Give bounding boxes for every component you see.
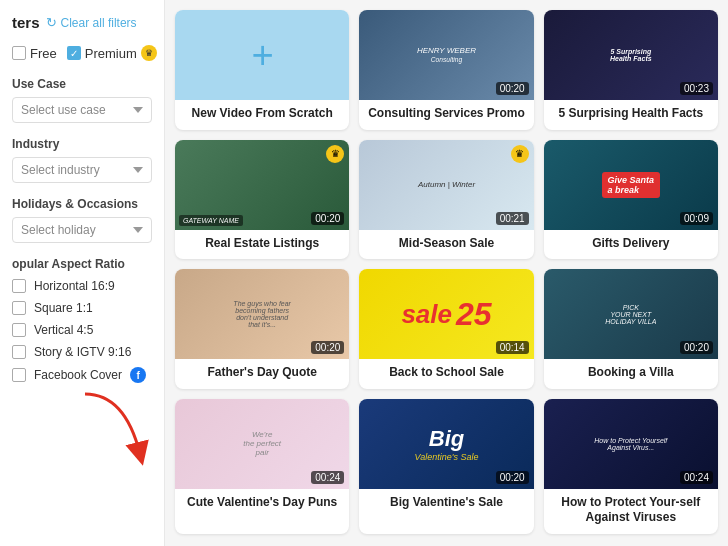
time-badge: 00:20: [496, 82, 529, 95]
card-label: Booking a Villa: [544, 359, 718, 389]
filters-title: ters: [12, 14, 40, 31]
premium-crown: ♛: [511, 145, 529, 163]
clear-filters-label: Clear all filters: [61, 16, 137, 30]
time-badge: 00:14: [496, 341, 529, 354]
card-thumb: Give Santaa break 00:09: [544, 140, 718, 230]
card-thumb: PICKYOUR NEXTHOLIDAY VILLA 00:20: [544, 269, 718, 359]
ar-fb-checkbox[interactable]: [12, 368, 26, 382]
crown-badge: ♛: [141, 45, 157, 61]
free-checkbox[interactable]: [12, 46, 26, 60]
card-thumb: 5 SurprisingHealth Facts 00:23: [544, 10, 718, 100]
time-badge: 00:20: [311, 212, 344, 225]
card-label: Cute Valentine's Day Puns: [175, 489, 349, 519]
use-case-title: Use Case: [12, 77, 152, 91]
free-tier-toggle[interactable]: Free: [12, 46, 57, 61]
ar-facebook-cover[interactable]: Facebook Cover f: [12, 367, 152, 383]
card-label: Real Estate Listings: [175, 230, 349, 260]
time-badge: 00:20: [496, 471, 529, 484]
ar-story-916[interactable]: Story & IGTV 9:16: [12, 345, 152, 359]
ar-sq11-checkbox[interactable]: [12, 301, 26, 315]
ar-v45-checkbox[interactable]: [12, 323, 26, 337]
card-thumb: The guys who fearbecoming fathersdon't u…: [175, 269, 349, 359]
thumb-inner: +: [175, 10, 349, 100]
card-thumb: +: [175, 10, 349, 100]
video-grid: + New Video From Scratch HENRY WEBERCons…: [175, 10, 718, 534]
card-label: Back to School Sale: [359, 359, 533, 389]
free-label: Free: [30, 46, 57, 61]
aspect-ratio-title: opular Aspect Ratio: [12, 257, 152, 271]
card-label: Gifts Delivery: [544, 230, 718, 260]
time-badge: 00:20: [311, 341, 344, 354]
time-badge: 00:24: [311, 471, 344, 484]
ar-horizontal-169[interactable]: Horizontal 16:9: [12, 279, 152, 293]
card-fathers-day[interactable]: The guys who fearbecoming fathersdon't u…: [175, 269, 349, 389]
card-valentines-puns[interactable]: We'rethe perfectpair 00:24 Cute Valentin…: [175, 399, 349, 534]
time-badge: 00:21: [496, 212, 529, 225]
card-gifts-delivery[interactable]: Give Santaa break 00:09 Gifts Delivery: [544, 140, 718, 260]
card-health-facts[interactable]: 5 SurprisingHealth Facts 00:23 5 Surpris…: [544, 10, 718, 130]
refresh-icon: ↻: [46, 15, 57, 30]
holidays-select[interactable]: Select holiday: [12, 217, 152, 243]
clear-filters-button[interactable]: ↻ Clear all filters: [46, 15, 137, 30]
sidebar-header: ters ↻ Clear all filters: [12, 14, 152, 31]
ar-s916-checkbox[interactable]: [12, 345, 26, 359]
facebook-icon: f: [130, 367, 146, 383]
card-booking-villa[interactable]: PICKYOUR NEXTHOLIDAY VILLA 00:20 Booking…: [544, 269, 718, 389]
card-protect-virus[interactable]: How to Protect YourselfAgainst Virus... …: [544, 399, 718, 534]
card-big-valentine[interactable]: BigValentine's Sale 00:20 Big Valentine'…: [359, 399, 533, 534]
card-thumb: sale25 00:14: [359, 269, 533, 359]
card-real-estate[interactable]: GATEWAY NAME 00:20 ♛ Real Estate Listing…: [175, 140, 349, 260]
tier-filter-row: Free ✓ Premium ♛: [12, 45, 152, 61]
card-label: Consulting Services Promo: [359, 100, 533, 130]
card-label: Big Valentine's Sale: [359, 489, 533, 519]
card-thumb: How to Protect YourselfAgainst Virus... …: [544, 399, 718, 489]
time-badge: 00:20: [680, 341, 713, 354]
sidebar: ters ↻ Clear all filters Free ✓ Premium …: [0, 0, 165, 546]
premium-label: Premium: [85, 46, 137, 61]
time-badge: 00:09: [680, 212, 713, 225]
card-label: New Video From Scratch: [175, 100, 349, 130]
premium-checkbox[interactable]: ✓: [67, 46, 81, 60]
premium-tier-toggle[interactable]: ✓ Premium ♛: [67, 45, 157, 61]
holidays-section: Holidays & Occasions Select holiday: [12, 197, 152, 243]
industry-select[interactable]: Select industry: [12, 157, 152, 183]
card-label: How to Protect Your-self Against Viruses: [544, 489, 718, 534]
card-thumb: We'rethe perfectpair 00:24: [175, 399, 349, 489]
card-label: 5 Surprising Health Facts: [544, 100, 718, 130]
premium-crown: ♛: [326, 145, 344, 163]
card-consulting[interactable]: HENRY WEBERConsulting 00:20 Consulting S…: [359, 10, 533, 130]
time-badge: 00:24: [680, 471, 713, 484]
ar-v45-label: Vertical 4:5: [34, 323, 93, 337]
card-thumb: HENRY WEBERConsulting 00:20: [359, 10, 533, 100]
ar-s916-label: Story & IGTV 9:16: [34, 345, 131, 359]
time-badge: 00:23: [680, 82, 713, 95]
use-case-select[interactable]: Select use case: [12, 97, 152, 123]
use-case-section: Use Case Select use case: [12, 77, 152, 123]
ar-fb-label: Facebook Cover: [34, 368, 122, 382]
industry-title: Industry: [12, 137, 152, 151]
ar-h169-label: Horizontal 16:9: [34, 279, 115, 293]
industry-section: Industry Select industry: [12, 137, 152, 183]
ar-square-11[interactable]: Square 1:1: [12, 301, 152, 315]
card-back-school[interactable]: sale25 00:14 Back to School Sale: [359, 269, 533, 389]
ar-vertical-45[interactable]: Vertical 4:5: [12, 323, 152, 337]
card-thumb: GATEWAY NAME 00:20 ♛: [175, 140, 349, 230]
ar-h169-checkbox[interactable]: [12, 279, 26, 293]
holidays-title: Holidays & Occasions: [12, 197, 152, 211]
aspect-ratio-section: opular Aspect Ratio Horizontal 16:9 Squa…: [12, 257, 152, 383]
ar-sq11-label: Square 1:1: [34, 301, 93, 315]
card-thumb: Autumn | Winter 00:21 ♛: [359, 140, 533, 230]
card-new-video[interactable]: + New Video From Scratch: [175, 10, 349, 130]
card-label: Mid-Season Sale: [359, 230, 533, 260]
card-label: Father's Day Quote: [175, 359, 349, 389]
card-thumb: BigValentine's Sale 00:20: [359, 399, 533, 489]
main-content: + New Video From Scratch HENRY WEBERCons…: [165, 0, 728, 546]
card-mid-season[interactable]: Autumn | Winter 00:21 ♛ Mid-Season Sale: [359, 140, 533, 260]
